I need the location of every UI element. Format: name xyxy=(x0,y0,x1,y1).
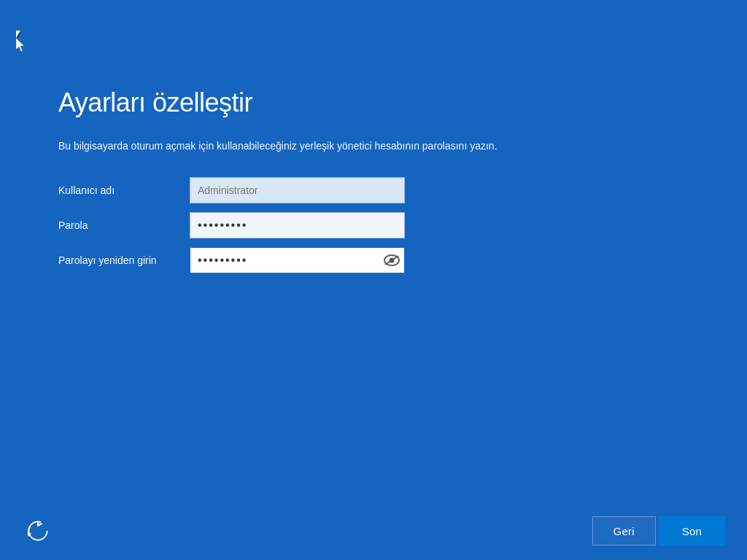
next-button[interactable]: Son xyxy=(659,516,725,545)
eye-icon xyxy=(384,254,400,266)
bottom-bar: Geri Son xyxy=(0,502,747,560)
password-input[interactable] xyxy=(190,212,405,238)
username-input-wrapper xyxy=(190,177,405,203)
show-password-toggle[interactable] xyxy=(383,252,400,269)
username-input[interactable] xyxy=(190,177,405,203)
password-input-wrapper xyxy=(190,212,405,238)
button-group: Geri Son xyxy=(592,516,725,545)
confirm-password-input[interactable] xyxy=(190,247,405,273)
confirm-password-label: Parolayı yeniden girin xyxy=(58,254,190,266)
refresh-icon xyxy=(25,518,51,544)
cursor-icon xyxy=(16,31,25,44)
password-label: Parola xyxy=(58,219,190,231)
confirm-password-row: Parolayı yeniden girin xyxy=(58,247,689,273)
username-row: Kullanıcı adı xyxy=(58,177,689,203)
page-description: Bu bilgisayarda oturum açmak için kullan… xyxy=(58,140,689,152)
main-content: Ayarları özelleştir Bu bilgisayarda otur… xyxy=(58,88,689,282)
username-label: Kullanıcı adı xyxy=(58,184,190,196)
password-row: Parola xyxy=(58,212,689,238)
svg-line-2 xyxy=(385,256,398,265)
page-title: Ayarları özelleştir xyxy=(58,88,689,118)
confirm-password-input-wrapper xyxy=(190,247,405,273)
form-container: Kullanıcı adı Parola Parolayı yeniden gi… xyxy=(58,177,689,282)
back-button[interactable]: Geri xyxy=(592,516,656,545)
refresh-icon-container[interactable] xyxy=(22,515,54,547)
